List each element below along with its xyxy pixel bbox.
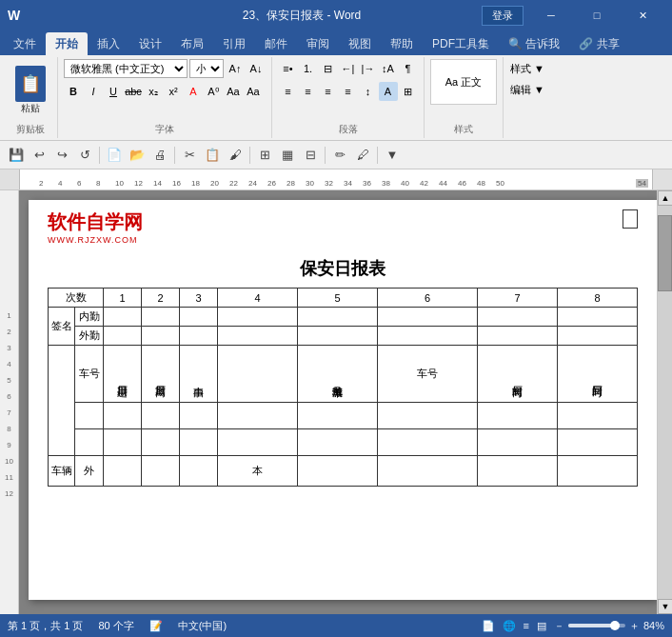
- cell-2: 2: [142, 289, 180, 308]
- tab-share[interactable]: 🔗 共享: [569, 32, 628, 55]
- cell-empty: [75, 403, 104, 429]
- bullets-btn[interactable]: ≡•: [279, 59, 298, 78]
- pen-btn[interactable]: 🖊: [352, 145, 373, 166]
- view-draft-btn[interactable]: ▤: [537, 620, 546, 632]
- draw-btn[interactable]: ✏: [329, 145, 350, 166]
- more-btn[interactable]: ▼: [382, 145, 403, 166]
- document-title: 23、保安日报表 - Word: [122, 8, 482, 24]
- cell-empty: [180, 403, 218, 429]
- tab-design[interactable]: 设计: [129, 32, 171, 55]
- highlight-btn[interactable]: A⁰: [204, 82, 223, 101]
- multilevel-btn[interactable]: ⊟: [319, 59, 338, 78]
- cell-cheliang: 车辆: [49, 456, 75, 487]
- group-paragraph: ≡• 1. ⊟ ←| |→ ↕A ¶ ≡ ≡ ≡ ≡ ↕ A ⊞ 段落: [272, 57, 425, 138]
- cell-empty-h5: [218, 346, 298, 403]
- pilcrow-btn[interactable]: ¶: [399, 59, 418, 78]
- columns-btn[interactable]: ▦: [277, 145, 298, 166]
- restore-button[interactable]: □: [575, 0, 619, 30]
- tab-pdf[interactable]: PDF工具集: [423, 32, 499, 55]
- cell-3: 3: [180, 289, 218, 308]
- redo-btn[interactable]: ↪: [51, 145, 72, 166]
- zoom-slider[interactable]: [568, 624, 625, 627]
- paste-button[interactable]: 📋 粘贴: [10, 64, 51, 117]
- refresh-btn[interactable]: ↺: [74, 145, 95, 166]
- styles-gallery[interactable]: Aa 正文: [430, 59, 497, 105]
- tab-review[interactable]: 审阅: [297, 32, 339, 55]
- superscript-button[interactable]: x²: [164, 82, 183, 101]
- decrease-font-btn[interactable]: A↓: [247, 59, 266, 78]
- tab-view[interactable]: 视图: [339, 32, 381, 55]
- cut-btn[interactable]: ✂: [179, 145, 200, 166]
- table-row: 外勤: [49, 327, 638, 346]
- sort-btn[interactable]: ↕A: [379, 59, 398, 78]
- zoom-level[interactable]: 84%: [643, 620, 664, 631]
- increase-indent-btn[interactable]: |→: [359, 59, 378, 78]
- format-clear-btn[interactable]: Aa: [224, 82, 243, 101]
- italic-button[interactable]: I: [84, 82, 103, 101]
- tab-file[interactable]: 文件: [4, 32, 46, 55]
- format-painter-btn[interactable]: 🖌: [225, 145, 246, 166]
- align-right-btn[interactable]: ≡: [319, 82, 338, 101]
- table-row: 车号 进厂日期 离厂日期 事由 派车单编号 车号 离厂时间 回厂时间: [49, 346, 638, 403]
- open-btn[interactable]: 📂: [127, 145, 148, 166]
- borders-btn[interactable]: ⊞: [399, 82, 418, 101]
- underline-button[interactable]: U: [104, 82, 123, 101]
- vertical-scrollbar[interactable]: ▲ ▼: [657, 190, 672, 614]
- tab-help[interactable]: 帮助: [381, 32, 423, 55]
- font-color-btn[interactable]: A: [184, 82, 203, 101]
- font-label: 字体: [155, 123, 174, 136]
- save-tb-btn[interactable]: 💾: [6, 145, 27, 166]
- table-btn[interactable]: ⊞: [254, 145, 275, 166]
- bold-button[interactable]: B: [64, 82, 83, 101]
- scroll-thumb[interactable]: [658, 215, 672, 291]
- ruler-left-side: [0, 169, 19, 190]
- zoom-out-btn[interactable]: －: [554, 619, 564, 633]
- view-print-btn[interactable]: 📄: [482, 620, 495, 632]
- new-doc-btn[interactable]: 📄: [104, 145, 125, 166]
- cell-empty: [180, 456, 218, 487]
- view-outline-btn[interactable]: ≡: [524, 620, 529, 631]
- document-area[interactable]: 软件自学网 WWW.RJZXW.COM 保安日报表 次数 1 2 3 4 5 6: [19, 190, 657, 614]
- increase-font-btn[interactable]: A↑: [226, 59, 245, 78]
- tab-home[interactable]: 开始: [46, 32, 88, 55]
- styles-button[interactable]: 样式 ▼: [509, 59, 557, 78]
- zoom-thumb[interactable]: [610, 621, 620, 630]
- cell-empty: [104, 403, 142, 429]
- cell-empty: [218, 308, 298, 327]
- minimize-button[interactable]: ─: [529, 0, 573, 30]
- tab-mailings[interactable]: 邮件: [255, 32, 297, 55]
- scroll-down-btn[interactable]: ▼: [658, 599, 672, 614]
- table-row: 车辆 外 本: [49, 456, 638, 487]
- close-button[interactable]: ✕: [621, 0, 664, 30]
- line-spacing-btn[interactable]: ↕: [359, 82, 378, 101]
- shading-btn[interactable]: A: [379, 82, 398, 101]
- scroll-up-btn[interactable]: ▲: [658, 190, 672, 206]
- zoom-in-btn[interactable]: ＋: [629, 619, 640, 633]
- insert-table-btn[interactable]: ⊟: [300, 145, 321, 166]
- zoom-control[interactable]: － ＋ 84%: [554, 619, 664, 633]
- strikethrough-button[interactable]: abc: [124, 82, 143, 101]
- justify-btn[interactable]: ≡: [339, 82, 358, 101]
- font-size-adjust[interactable]: Aa: [244, 82, 263, 101]
- undo-btn[interactable]: ↩: [29, 145, 49, 166]
- numbering-btn[interactable]: 1.: [299, 59, 318, 78]
- copy-btn[interactable]: 📋: [202, 145, 223, 166]
- align-left-btn[interactable]: ≡: [279, 82, 298, 101]
- login-button[interactable]: 登录: [482, 6, 524, 26]
- tab-tellme[interactable]: 🔍 告诉我: [499, 32, 569, 55]
- cell-empty: [142, 456, 180, 487]
- cell-empty: [104, 429, 142, 456]
- tab-references[interactable]: 引用: [213, 32, 255, 55]
- editing-button[interactable]: 编辑 ▼: [509, 80, 557, 99]
- font-family-select[interactable]: 微软雅黑 (中文正文): [64, 59, 188, 78]
- subscript-button[interactable]: x₂: [144, 82, 163, 101]
- report-title: 保安日报表: [48, 252, 638, 280]
- view-web-btn[interactable]: 🌐: [503, 620, 516, 632]
- print-btn[interactable]: 🖨: [149, 145, 170, 166]
- font-size-select[interactable]: 小二: [189, 59, 224, 78]
- tab-insert[interactable]: 插入: [88, 32, 129, 55]
- decrease-indent-btn[interactable]: ←|: [339, 59, 358, 78]
- align-center-btn[interactable]: ≡: [299, 82, 318, 101]
- tab-layout[interactable]: 布局: [171, 32, 213, 55]
- scroll-track[interactable]: [658, 206, 672, 599]
